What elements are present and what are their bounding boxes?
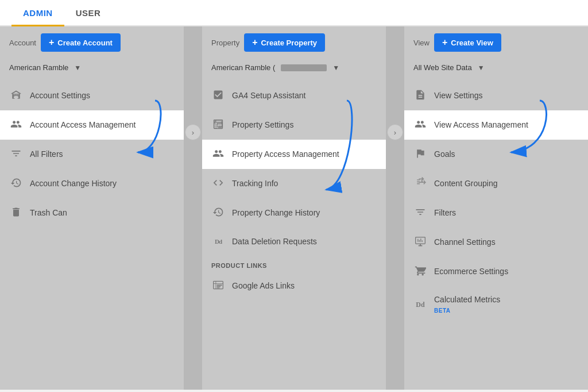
trash-icon <box>9 206 23 220</box>
account-column: Account + Create Account American Ramble… <box>0 26 184 390</box>
all-filters-item[interactable]: All Filters <box>0 140 184 169</box>
property-dropdown-redacted <box>281 64 327 71</box>
account-column-label: Account <box>9 39 36 47</box>
dd-icon: Dd <box>413 299 427 310</box>
people-icon-3 <box>413 118 427 132</box>
create-account-label: Create Account <box>57 39 113 47</box>
check-icon <box>211 89 225 102</box>
create-view-button[interactable]: + Create View <box>434 33 501 52</box>
google-ads-icon <box>211 279 225 293</box>
content-grouping-item[interactable]: Content Grouping <box>404 169 588 198</box>
plus-icon: + <box>49 37 54 48</box>
account-dropdown[interactable]: American Ramble ▼ <box>0 59 184 79</box>
beta-badge: BETA <box>434 308 450 314</box>
account-property-separator: › <box>184 26 202 390</box>
all-filters-label: All Filters <box>30 149 63 159</box>
view-column: View + Create View All Web Site Data ▼ V… <box>404 26 588 390</box>
channel-settings-label: Channel Settings <box>434 237 496 247</box>
ecommerce-settings-label: Ecommerce Settings <box>434 266 508 276</box>
property-settings-label: Property Settings <box>232 120 293 130</box>
plus-icon-2: + <box>252 37 257 48</box>
plus-icon-3: + <box>442 37 447 48</box>
property-dropdown-text: American Ramble ( <box>211 63 275 72</box>
property-column-header: Property + Create Property <box>202 26 386 59</box>
code-icon <box>211 177 225 190</box>
account-change-history-item[interactable]: Account Change History <box>0 169 184 198</box>
property-view-separator: › <box>386 26 404 390</box>
account-menu-items: Account Settings Account Access Manageme… <box>0 79 184 390</box>
product-links-section-label: PRODUCT LINKS <box>202 255 386 271</box>
document-icon <box>413 89 427 102</box>
property-menu-items: GA4 Setup Assistant Property Settings Pr… <box>202 79 386 390</box>
property-column: Property + Create Property American Ramb… <box>202 26 386 390</box>
account-property-nav-arrow: › <box>185 124 201 140</box>
view-settings-label: View Settings <box>434 90 483 101</box>
filters-label: Filters <box>434 207 456 218</box>
tab-admin[interactable]: ADMIN <box>11 0 64 26</box>
ga4-setup-label: GA4 Setup Assistant <box>232 90 305 101</box>
filter-icon-2 <box>413 206 427 220</box>
svg-rect-9 <box>217 287 220 288</box>
account-change-history-label: Account Change History <box>30 178 117 189</box>
view-column-label: View <box>413 39 430 47</box>
account-access-management-label: Account Access Management <box>30 120 136 130</box>
view-dropdown-text: All Web Site Data <box>413 63 472 72</box>
create-view-label: Create View <box>451 39 493 47</box>
flag-icon <box>413 148 427 161</box>
view-dropdown[interactable]: All Web Site Data ▼ <box>404 59 588 79</box>
property-access-management-item[interactable]: Property Access Management <box>202 140 386 169</box>
account-access-management-item[interactable]: Account Access Management <box>0 110 184 140</box>
trash-can-label: Trash Can <box>30 207 67 218</box>
content-grouping-label: Content Grouping <box>434 178 498 189</box>
account-dropdown-text: American Ramble <box>9 63 68 72</box>
view-column-header: View + Create View <box>404 26 588 59</box>
svg-rect-7 <box>217 285 222 286</box>
svg-rect-2 <box>215 121 216 121</box>
channel-settings-item[interactable]: Channel Settings <box>404 228 588 257</box>
property-view-nav-arrow: › <box>387 124 403 140</box>
tracking-info-item[interactable]: Tracking Info <box>202 169 386 198</box>
property-dropdown[interactable]: American Ramble ( ▼ <box>202 59 386 79</box>
content-group-icon <box>413 177 427 190</box>
building-icon <box>9 89 23 102</box>
create-property-button[interactable]: + Create Property <box>244 33 325 52</box>
people-icon-2 <box>211 148 225 161</box>
goals-item[interactable]: Goals <box>404 140 588 169</box>
property-change-history-label: Property Change History <box>232 207 320 218</box>
ga4-setup-item[interactable]: GA4 Setup Assistant <box>202 81 386 110</box>
create-property-label: Create Property <box>261 39 317 47</box>
account-column-header: Account + Create Account <box>0 26 184 59</box>
view-menu-items: View Settings View Access Management Goa… <box>404 79 588 390</box>
trash-can-item[interactable]: Trash Can <box>0 198 184 228</box>
channel-icon <box>413 236 427 249</box>
property-access-management-label: Property Access Management <box>232 149 339 159</box>
property-dropdown-arrow-icon: ▼ <box>332 64 339 72</box>
view-access-management-label: View Access Management <box>434 120 528 130</box>
create-account-button[interactable]: + Create Account <box>41 33 121 52</box>
tracking-info-label: Tracking Info <box>232 178 278 189</box>
property-settings-item[interactable]: Property Settings <box>202 110 386 140</box>
tab-user[interactable]: USER <box>64 0 113 25</box>
view-access-management-item[interactable]: View Access Management <box>404 110 588 140</box>
data-deletion-item[interactable]: Dd Data Deletion Requests <box>202 228 386 255</box>
history-icon <box>9 177 23 190</box>
data-delete-icon: Dd <box>211 236 225 247</box>
main-content: Account + Create Account American Ramble… <box>0 26 588 390</box>
google-ads-links-item[interactable]: Google Ads Links <box>202 271 386 301</box>
goals-label: Goals <box>434 149 455 159</box>
ecommerce-settings-item[interactable]: Ecommerce Settings <box>404 257 588 286</box>
data-deletion-label: Data Deletion Requests <box>232 236 317 247</box>
calculated-metrics-label: Calculated MetricsBETA <box>434 294 500 315</box>
view-dropdown-arrow-icon: ▼ <box>478 64 485 72</box>
calculated-metrics-item[interactable]: Dd Calculated MetricsBETA <box>404 286 588 323</box>
filters-item[interactable]: Filters <box>404 198 588 228</box>
view-settings-item[interactable]: View Settings <box>404 81 588 110</box>
property-column-label: Property <box>211 39 239 47</box>
account-dropdown-arrow-icon: ▼ <box>74 64 81 72</box>
cart-icon <box>413 265 427 278</box>
history-icon-2 <box>211 206 225 220</box>
window-icon <box>211 118 225 132</box>
account-settings-item[interactable]: Account Settings <box>0 81 184 110</box>
property-change-history-item[interactable]: Property Change History <box>202 198 386 228</box>
svg-rect-8 <box>217 286 221 287</box>
